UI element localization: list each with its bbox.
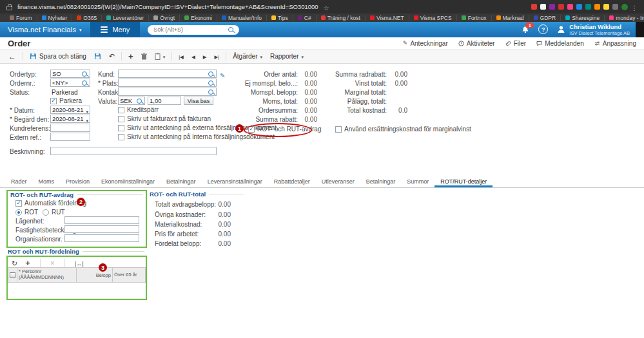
tab-utleveranser[interactable]: Utleveranser [316,174,360,187]
copy-paste-button[interactable] [151,52,169,61]
extension-icon[interactable] [531,4,537,10]
extern-ref-input[interactable] [52,133,88,140]
messages-link[interactable]: Meddelanden [536,40,584,47]
kreditsparr-checkbox[interactable]: Kreditspärr [118,106,159,113]
checkbox-icon[interactable] [118,125,124,131]
save-and-close-button[interactable]: Spara och stäng [26,52,90,61]
fastighetsbeteckning-input[interactable] [66,226,137,233]
bookmark-item[interactable]: Marknad [491,15,529,21]
bookmark-star-icon[interactable] [324,2,329,12]
extension-icon[interactable] [603,4,609,10]
lookup-icon[interactable] [82,71,87,77]
checkbox-icon[interactable] [335,126,342,133]
ordernr-field[interactable] [50,79,90,87]
begard-den-input[interactable] [52,115,84,122]
refresh-icon[interactable] [12,258,17,268]
fakturatext-checkbox[interactable]: Skriv ut fakturax:t på fakturan [118,115,211,122]
actions-menu-button[interactable]: Åtgärder [229,52,266,61]
bookmark-item[interactable]: monday - Inbox [604,15,644,21]
bookmark-item[interactable]: Sharespine [560,15,604,21]
go-last-button[interactable] [211,52,222,61]
checkbox-icon[interactable] [118,116,124,122]
rut-radio[interactable]: RUT [43,209,65,216]
kurs-input[interactable] [150,97,179,104]
extension-icon[interactable] [540,4,546,10]
bookmark-item[interactable]: Manualer/Info [217,15,266,21]
kund-field[interactable] [118,70,217,78]
beskrivning-input[interactable] [52,147,215,155]
global-search-input[interactable] [152,26,225,33]
lagenhet-input[interactable] [66,217,137,224]
extension-icon[interactable] [558,4,564,10]
beskrivning-field[interactable] [50,147,217,155]
add-row-icon[interactable] [25,258,30,268]
kurs-field[interactable] [148,97,181,105]
radio-icon[interactable] [43,209,49,216]
tab-ekonomiinstallningar[interactable]: Ekonomiinställningar [95,174,161,187]
tab-summor[interactable]: Summor [401,174,434,187]
notifications-button[interactable]: 1 [522,26,529,33]
bookmark-item[interactable]: O365 [72,15,101,21]
row-selector-header[interactable] [8,268,17,282]
plats-field[interactable] [118,79,217,87]
undo-button[interactable] [106,52,118,61]
column-header-personnr[interactable]: * Personnr (ÅÅÅÅMMDDNNNN) [17,268,77,282]
automatisk-fordelning-checkbox[interactable]: Automatisk fördelning [15,200,86,207]
lagenhet-field[interactable] [64,216,139,224]
radio-selected-icon[interactable] [15,209,22,216]
visa-bas-button[interactable]: Visa bas [184,97,213,105]
main-menu-button[interactable]: Meny [90,22,140,37]
checkbox-checked-icon[interactable] [15,200,22,207]
valuta-field[interactable] [118,97,145,105]
tab-moms[interactable]: Moms [33,174,61,187]
calendar-dropdown-icon[interactable] [86,114,88,124]
bookmark-item[interactable]: Fortnox [456,15,491,21]
edit-customer-icon[interactable] [220,70,225,80]
kundreferens-input[interactable] [52,124,88,131]
kontakt-field[interactable] [118,88,217,96]
bookmark-item[interactable]: Övrigt [148,15,179,21]
customization-link[interactable]: Anpassning [594,40,636,47]
checkbox-checked-icon[interactable] [50,98,57,104]
user-menu[interactable]: Christian Wiklund ISV Dialect Telemontag… [557,23,630,36]
bookmark-item[interactable]: Nyheter [37,15,72,21]
fastighetsbeteckning-field[interactable] [64,225,139,233]
go-next-button[interactable] [200,52,210,61]
files-link[interactable]: Filer [505,40,526,47]
organisationsnr-brf-input[interactable] [66,235,137,242]
valuta-input[interactable] [120,97,135,104]
ersattningskostnad-checkbox[interactable]: Använd ersättningskostnad för marginalvi… [335,126,471,133]
tab-betalningar-2[interactable]: Betalningar [360,174,402,187]
global-search-box[interactable] [148,25,239,35]
lookup-icon[interactable] [82,80,87,86]
extension-icon[interactable] [585,4,591,10]
extension-icon[interactable] [594,4,600,10]
back-button[interactable] [5,52,19,62]
add-new-button[interactable] [125,51,137,62]
checkbox-icon[interactable] [118,134,124,140]
kund-input[interactable] [120,70,207,77]
notes-link[interactable]: Anteckningar [403,40,448,47]
tab-leveransinstallningar[interactable]: Leveransinställningar [202,174,268,187]
lookup-icon[interactable] [208,89,213,95]
lookup-icon[interactable] [208,80,213,86]
tab-rader[interactable]: Rader [5,174,33,187]
bookmark-item[interactable]: Tips [266,15,293,21]
bookmark-item[interactable]: Visma SPCS [409,15,456,21]
column-header-over65[interactable]: Över 65 år [113,268,145,282]
tab-rabattdetaljer[interactable]: Rabattdetaljer [268,174,316,187]
parkera-checkbox[interactable]: Parkera [50,97,82,104]
bookmark-item[interactable]: GDPR [529,15,561,21]
search-icon[interactable] [228,27,233,32]
extension-icon[interactable] [549,4,555,10]
address-bar[interactable]: finance.visma.net/0824001025/(W(2))/Main… [17,3,318,10]
ordernr-input[interactable] [52,79,81,86]
rot-radio[interactable]: ROT [15,209,38,216]
bookmark-item[interactable]: Forum [5,15,37,21]
ordertyp-field[interactable] [50,70,90,78]
organisationsnr-brf-field[interactable] [64,234,139,242]
kontakt-input[interactable] [120,88,207,95]
datum-field[interactable] [50,106,90,114]
lookup-icon[interactable] [137,99,142,104]
fit-width-icon[interactable] [75,258,84,268]
